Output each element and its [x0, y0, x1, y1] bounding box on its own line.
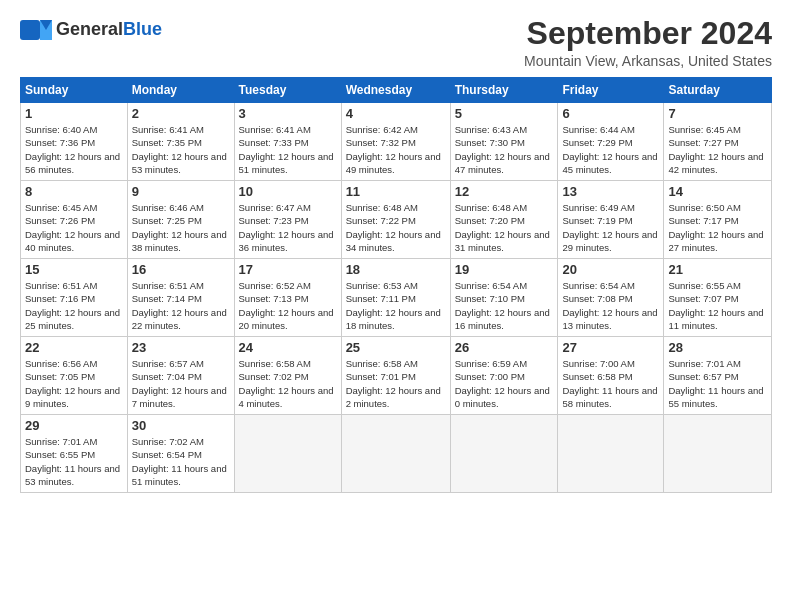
logo: GeneralBlue: [20, 16, 162, 44]
day-number: 21: [668, 262, 767, 277]
day-cell: 3Sunrise: 6:41 AMSunset: 7:33 PMDaylight…: [234, 103, 341, 181]
day-number: 15: [25, 262, 123, 277]
day-number: 10: [239, 184, 337, 199]
day-info: Sunrise: 6:44 AMSunset: 7:29 PMDaylight:…: [562, 123, 659, 176]
day-number: 26: [455, 340, 554, 355]
day-number: 12: [455, 184, 554, 199]
day-info: Sunrise: 6:50 AMSunset: 7:17 PMDaylight:…: [668, 201, 767, 254]
day-number: 22: [25, 340, 123, 355]
day-info: Sunrise: 6:45 AMSunset: 7:27 PMDaylight:…: [668, 123, 767, 176]
day-info: Sunrise: 6:40 AMSunset: 7:36 PMDaylight:…: [25, 123, 123, 176]
day-cell: 15Sunrise: 6:51 AMSunset: 7:16 PMDayligh…: [21, 259, 128, 337]
col-friday: Friday: [558, 78, 664, 103]
day-info: Sunrise: 7:00 AMSunset: 6:58 PMDaylight:…: [562, 357, 659, 410]
day-number: 6: [562, 106, 659, 121]
day-cell: 21Sunrise: 6:55 AMSunset: 7:07 PMDayligh…: [664, 259, 772, 337]
day-cell: 9Sunrise: 6:46 AMSunset: 7:25 PMDaylight…: [127, 181, 234, 259]
empty-cell: [664, 415, 772, 493]
day-cell: 6Sunrise: 6:44 AMSunset: 7:29 PMDaylight…: [558, 103, 664, 181]
day-info: Sunrise: 6:58 AMSunset: 7:02 PMDaylight:…: [239, 357, 337, 410]
day-number: 19: [455, 262, 554, 277]
day-info: Sunrise: 6:49 AMSunset: 7:19 PMDaylight:…: [562, 201, 659, 254]
day-info: Sunrise: 6:59 AMSunset: 7:00 PMDaylight:…: [455, 357, 554, 410]
day-cell: 8Sunrise: 6:45 AMSunset: 7:26 PMDaylight…: [21, 181, 128, 259]
day-number: 4: [346, 106, 446, 121]
col-sunday: Sunday: [21, 78, 128, 103]
day-cell: 16Sunrise: 6:51 AMSunset: 7:14 PMDayligh…: [127, 259, 234, 337]
col-wednesday: Wednesday: [341, 78, 450, 103]
header: GeneralBlue September 2024 Mountain View…: [20, 16, 772, 69]
day-cell: 22Sunrise: 6:56 AMSunset: 7:05 PMDayligh…: [21, 337, 128, 415]
day-number: 13: [562, 184, 659, 199]
calendar-row: 29Sunrise: 7:01 AMSunset: 6:55 PMDayligh…: [21, 415, 772, 493]
calendar-row: 15Sunrise: 6:51 AMSunset: 7:16 PMDayligh…: [21, 259, 772, 337]
day-cell: 23Sunrise: 6:57 AMSunset: 7:04 PMDayligh…: [127, 337, 234, 415]
calendar: Sunday Monday Tuesday Wednesday Thursday…: [20, 77, 772, 493]
day-cell: 28Sunrise: 7:01 AMSunset: 6:57 PMDayligh…: [664, 337, 772, 415]
day-number: 17: [239, 262, 337, 277]
day-info: Sunrise: 7:01 AMSunset: 6:55 PMDaylight:…: [25, 435, 123, 488]
day-info: Sunrise: 6:48 AMSunset: 7:22 PMDaylight:…: [346, 201, 446, 254]
day-number: 2: [132, 106, 230, 121]
day-number: 11: [346, 184, 446, 199]
day-info: Sunrise: 6:48 AMSunset: 7:20 PMDaylight:…: [455, 201, 554, 254]
day-info: Sunrise: 6:42 AMSunset: 7:32 PMDaylight:…: [346, 123, 446, 176]
empty-cell: [558, 415, 664, 493]
day-info: Sunrise: 6:57 AMSunset: 7:04 PMDaylight:…: [132, 357, 230, 410]
day-info: Sunrise: 6:53 AMSunset: 7:11 PMDaylight:…: [346, 279, 446, 332]
day-number: 27: [562, 340, 659, 355]
col-saturday: Saturday: [664, 78, 772, 103]
calendar-row: 8Sunrise: 6:45 AMSunset: 7:26 PMDaylight…: [21, 181, 772, 259]
day-number: 7: [668, 106, 767, 121]
day-number: 28: [668, 340, 767, 355]
day-info: Sunrise: 6:56 AMSunset: 7:05 PMDaylight:…: [25, 357, 123, 410]
day-info: Sunrise: 6:41 AMSunset: 7:35 PMDaylight:…: [132, 123, 230, 176]
day-number: 25: [346, 340, 446, 355]
day-cell: 27Sunrise: 7:00 AMSunset: 6:58 PMDayligh…: [558, 337, 664, 415]
day-cell: 4Sunrise: 6:42 AMSunset: 7:32 PMDaylight…: [341, 103, 450, 181]
day-info: Sunrise: 6:51 AMSunset: 7:14 PMDaylight:…: [132, 279, 230, 332]
day-cell: 11Sunrise: 6:48 AMSunset: 7:22 PMDayligh…: [341, 181, 450, 259]
calendar-row: 22Sunrise: 6:56 AMSunset: 7:05 PMDayligh…: [21, 337, 772, 415]
day-cell: 20Sunrise: 6:54 AMSunset: 7:08 PMDayligh…: [558, 259, 664, 337]
day-info: Sunrise: 6:41 AMSunset: 7:33 PMDaylight:…: [239, 123, 337, 176]
page: GeneralBlue September 2024 Mountain View…: [0, 0, 792, 503]
day-info: Sunrise: 6:54 AMSunset: 7:10 PMDaylight:…: [455, 279, 554, 332]
day-info: Sunrise: 6:52 AMSunset: 7:13 PMDaylight:…: [239, 279, 337, 332]
day-number: 23: [132, 340, 230, 355]
empty-cell: [450, 415, 558, 493]
col-tuesday: Tuesday: [234, 78, 341, 103]
empty-cell: [234, 415, 341, 493]
day-cell: 19Sunrise: 6:54 AMSunset: 7:10 PMDayligh…: [450, 259, 558, 337]
day-cell: 12Sunrise: 6:48 AMSunset: 7:20 PMDayligh…: [450, 181, 558, 259]
day-cell: 7Sunrise: 6:45 AMSunset: 7:27 PMDaylight…: [664, 103, 772, 181]
calendar-row: 1Sunrise: 6:40 AMSunset: 7:36 PMDaylight…: [21, 103, 772, 181]
day-number: 24: [239, 340, 337, 355]
day-cell: 13Sunrise: 6:49 AMSunset: 7:19 PMDayligh…: [558, 181, 664, 259]
day-info: Sunrise: 6:47 AMSunset: 7:23 PMDaylight:…: [239, 201, 337, 254]
day-cell: 14Sunrise: 6:50 AMSunset: 7:17 PMDayligh…: [664, 181, 772, 259]
day-info: Sunrise: 6:54 AMSunset: 7:08 PMDaylight:…: [562, 279, 659, 332]
day-number: 18: [346, 262, 446, 277]
svg-rect-0: [20, 20, 40, 40]
day-number: 1: [25, 106, 123, 121]
col-thursday: Thursday: [450, 78, 558, 103]
title-area: September 2024 Mountain View, Arkansas, …: [524, 16, 772, 69]
location: Mountain View, Arkansas, United States: [524, 53, 772, 69]
logo-icon: [20, 16, 52, 44]
day-number: 16: [132, 262, 230, 277]
day-info: Sunrise: 7:02 AMSunset: 6:54 PMDaylight:…: [132, 435, 230, 488]
day-cell: 25Sunrise: 6:58 AMSunset: 7:01 PMDayligh…: [341, 337, 450, 415]
day-number: 5: [455, 106, 554, 121]
day-cell: 18Sunrise: 6:53 AMSunset: 7:11 PMDayligh…: [341, 259, 450, 337]
day-number: 20: [562, 262, 659, 277]
day-cell: 1Sunrise: 6:40 AMSunset: 7:36 PMDaylight…: [21, 103, 128, 181]
day-info: Sunrise: 6:55 AMSunset: 7:07 PMDaylight:…: [668, 279, 767, 332]
month-title: September 2024: [524, 16, 772, 51]
day-number: 3: [239, 106, 337, 121]
day-number: 9: [132, 184, 230, 199]
logo-text: GeneralBlue: [56, 19, 162, 39]
day-cell: 24Sunrise: 6:58 AMSunset: 7:02 PMDayligh…: [234, 337, 341, 415]
day-cell: 10Sunrise: 6:47 AMSunset: 7:23 PMDayligh…: [234, 181, 341, 259]
day-number: 14: [668, 184, 767, 199]
